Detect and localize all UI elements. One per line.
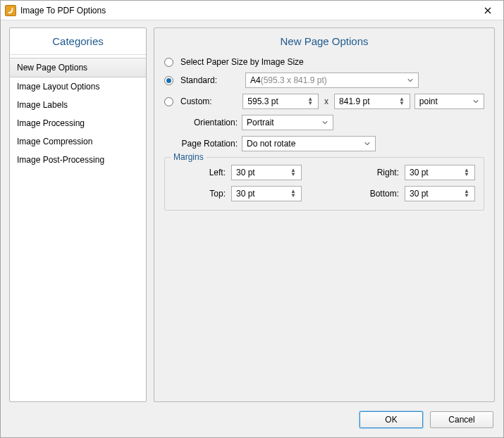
category-image-layout-options[interactable]: Image Layout Options	[10, 77, 146, 96]
radio-size-by-image-label: Select Paper Size by Image Size	[180, 57, 304, 67]
radio-standard[interactable]	[164, 76, 173, 85]
category-new-page-options[interactable]: New Page Options	[10, 58, 146, 77]
radio-custom-label: Custom:	[180, 96, 238, 106]
margin-top-label: Top:	[173, 189, 226, 199]
row-standard: Standard: A4 (595.3 x 841.9 pt)	[164, 73, 484, 88]
margins-grid: Left: 30 pt▲▼ Right: 30 pt▲▼ Top: 30 pt▲…	[173, 165, 475, 201]
chevron-down-icon	[405, 75, 415, 85]
standard-paper-size-combo[interactable]: A4 (595.3 x 841.9 pt)	[245, 73, 419, 88]
margin-left-spinner[interactable]: 30 pt▲▼	[231, 165, 302, 180]
rotation-combo[interactable]: Do not rotate	[242, 136, 376, 151]
cancel-button[interactable]: Cancel	[430, 411, 493, 428]
spinner-arrows-icon: ▲▼	[397, 97, 407, 106]
standard-paper-size-prefix: A4	[250, 75, 261, 85]
margin-right-label: Right:	[347, 168, 399, 177]
chevron-down-icon	[362, 139, 372, 149]
window-title: Image To PDF Options	[20, 6, 472, 15]
margin-bottom-label: Bottom:	[347, 189, 399, 199]
orientation-combo[interactable]: Portrait	[242, 115, 333, 130]
dialog-footer: OK Cancel	[1, 402, 503, 437]
row-custom: Custom: 595.3 pt ▲▼ x 841.9 pt ▲▼ point	[164, 94, 484, 109]
main-panel: New Page Options Select Paper Size by Im…	[154, 27, 495, 402]
close-button[interactable]	[472, 1, 503, 20]
margins-group-title: Margins	[171, 152, 207, 162]
category-image-post-processing[interactable]: Image Post-Processing	[10, 151, 146, 169]
dialog-window: Image To PDF Options Categories New Page…	[0, 0, 504, 438]
orientation-label: Orientation:	[164, 118, 238, 127]
categories-list: New Page Options Image Layout Options Im…	[10, 55, 146, 172]
spinner-arrows-icon: ▲▼	[462, 189, 472, 198]
margin-top-spinner[interactable]: 30 pt▲▼	[231, 186, 302, 201]
spinner-arrows-icon: ▲▼	[288, 168, 298, 177]
category-image-processing[interactable]: Image Processing	[10, 114, 146, 132]
category-image-compression[interactable]: Image Compression	[10, 132, 146, 151]
custom-height-spinner[interactable]: 841.9 pt ▲▼	[334, 94, 410, 109]
row-orientation: Orientation: Portrait	[164, 115, 484, 130]
spinner-arrows-icon: ▲▼	[305, 97, 315, 106]
chevron-down-icon	[320, 118, 330, 127]
custom-width-spinner[interactable]: 595.3 pt ▲▼	[242, 94, 319, 109]
rotation-label: Page Rotation:	[164, 139, 238, 149]
chevron-down-icon	[471, 96, 481, 106]
spinner-arrows-icon: ▲▼	[288, 189, 298, 198]
margin-right-spinner[interactable]: 30 pt▲▼	[405, 165, 475, 180]
category-image-labels[interactable]: Image Labels	[10, 96, 146, 114]
titlebar: Image To PDF Options	[1, 1, 503, 20]
categories-header: Categories	[10, 28, 146, 55]
ok-button[interactable]: OK	[359, 411, 423, 428]
radio-size-by-image[interactable]	[164, 58, 173, 67]
app-icon	[5, 5, 16, 16]
custom-unit-combo[interactable]: point	[414, 94, 484, 109]
dialog-body: Categories New Page Options Image Layout…	[1, 20, 503, 402]
close-icon	[484, 7, 491, 14]
row-size-by-image: Select Paper Size by Image Size	[164, 57, 484, 67]
times-symbol: x	[323, 96, 330, 106]
main-header: New Page Options	[164, 28, 484, 57]
radio-standard-label: Standard:	[180, 75, 241, 85]
standard-paper-size-suffix: (595.3 x 841.9 pt)	[261, 75, 327, 85]
margin-bottom-spinner[interactable]: 30 pt▲▼	[405, 186, 475, 201]
spinner-arrows-icon: ▲▼	[462, 168, 472, 177]
row-rotation: Page Rotation: Do not rotate	[164, 136, 484, 151]
margins-group: Margins Left: 30 pt▲▼ Right: 30 pt▲▼ Top…	[164, 157, 484, 211]
categories-sidebar: Categories New Page Options Image Layout…	[9, 27, 147, 402]
radio-custom[interactable]	[164, 97, 173, 106]
margin-left-label: Left:	[173, 168, 226, 177]
